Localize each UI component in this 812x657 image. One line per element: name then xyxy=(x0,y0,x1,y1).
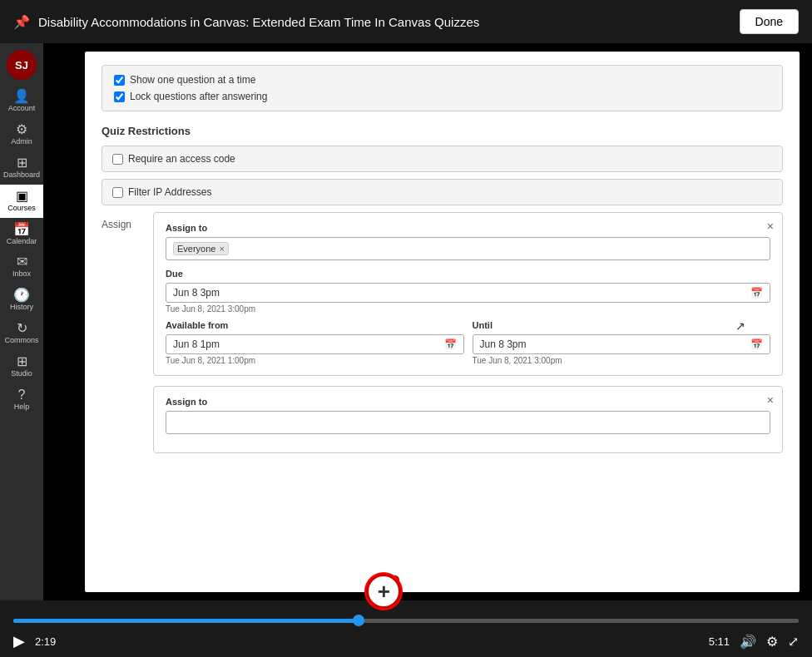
sidebar-item-inbox[interactable]: ✉ Inbox xyxy=(0,250,43,284)
until-date-full: Tue Jun 8, 2021 3:00pm xyxy=(473,356,771,365)
quiz-content: Show one question at a time Lock questio… xyxy=(85,52,800,467)
sidebar-item-studio[interactable]: ⊞ Studio xyxy=(0,350,43,383)
from-date-input[interactable]: Jun 8 1pm 📅 xyxy=(166,334,464,354)
sidebar-label-history: History xyxy=(10,304,33,312)
assign-card-2: × Assign to xyxy=(153,386,783,453)
fullscreen-icon[interactable]: ⤢ xyxy=(788,634,799,650)
show-one-question-label: Show one question at a time xyxy=(130,74,255,86)
show-one-question-checkbox[interactable] xyxy=(114,75,125,86)
sidebar-label-admin: Admin xyxy=(11,138,32,146)
commons-icon: ↻ xyxy=(17,322,27,335)
quiz-restrictions-section: Quiz Restrictions Require an access code… xyxy=(102,125,783,205)
sidebar-label-dashboard: Dashboard xyxy=(3,171,40,180)
assign-card-2-close[interactable]: × xyxy=(767,393,774,407)
due-date-value: Jun 8 3pm xyxy=(173,287,220,299)
inbox-icon: ✉ xyxy=(17,255,27,269)
history-icon: 🕐 xyxy=(13,289,30,302)
quiz-restrictions-title: Quiz Restrictions xyxy=(102,125,783,137)
admin-icon: ⚙ xyxy=(16,123,27,136)
due-calendar-icon[interactable]: 📅 xyxy=(750,287,763,299)
done-button[interactable]: Done xyxy=(740,9,799,34)
controls-row: ▶ 2:19 5:11 🔊 ⚙ ⤢ xyxy=(0,629,812,657)
sidebar-item-account[interactable]: 👤 Account xyxy=(0,85,43,118)
everyone-tag-label: Everyone xyxy=(177,244,215,254)
until-calendar-icon[interactable]: 📅 xyxy=(750,338,763,350)
access-code-label: Require an access code xyxy=(128,153,235,165)
sidebar-label-studio: Studio xyxy=(11,370,32,378)
due-date-input[interactable]: Jun 8 3pm 📅 xyxy=(166,283,770,303)
sidebar-item-admin[interactable]: ⚙ Admin xyxy=(0,118,43,151)
lock-questions-label: Lock questions after answering xyxy=(130,91,267,102)
play-button[interactable]: ▶ xyxy=(13,632,25,650)
sidebar-label-commons: Commons xyxy=(4,337,38,345)
progress-fill xyxy=(13,619,359,623)
sidebar-item-commons[interactable]: ↻ Commons xyxy=(0,317,43,350)
due-row: Due Jun 8 3pm 📅 Tue Jun 8, 2021 3:00pm xyxy=(166,269,770,314)
dashboard-icon: ⊞ xyxy=(17,156,27,170)
canvas-content-frame: Show one question at a time Lock questio… xyxy=(85,52,800,592)
progress-track[interactable] xyxy=(13,619,799,623)
due-date-full: Tue Jun 8, 2021 3:00pm xyxy=(166,304,770,314)
assign-section: Assign × Assign to Everyone × xyxy=(102,212,783,453)
assign-card-1: × Assign to Everyone × Due xyxy=(153,212,783,376)
current-time: 2:19 xyxy=(35,635,65,648)
assign-to-field-label-2: Assign to xyxy=(166,397,770,407)
from-until-row: Available from Jun 8 1pm 📅 Tue Jun 8, 20… xyxy=(166,320,770,365)
filter-ip-label: Filter IP Addresses xyxy=(128,186,212,198)
school-logo: SJ xyxy=(7,50,37,80)
from-calendar-icon[interactable]: 📅 xyxy=(444,338,457,350)
help-icon: ? xyxy=(18,388,26,402)
assign-to-box[interactable]: Everyone × xyxy=(166,237,770,260)
title-bar: 📌 Disability Accommodations in Canvas: E… xyxy=(0,0,812,43)
until-date-input[interactable]: Jun 8 3pm 📅 xyxy=(473,334,771,354)
available-from-col: Available from Jun 8 1pm 📅 Tue Jun 8, 20… xyxy=(166,320,464,365)
sidebar-item-history[interactable]: 🕐 History xyxy=(0,284,43,317)
assign-card-1-close[interactable]: × xyxy=(767,220,774,233)
show-one-question-row: Show one question at a time xyxy=(114,74,770,86)
video-controls: :10 + ▶ 2:19 5:11 🔊 ⚙ ⤢ xyxy=(0,600,812,657)
access-code-checkbox[interactable] xyxy=(112,154,123,165)
sidebar-label-courses: Courses xyxy=(7,205,36,213)
available-from-label: Available from xyxy=(166,320,464,330)
tag-close-icon[interactable]: × xyxy=(219,244,224,254)
settings-icon[interactable]: ⚙ xyxy=(766,634,778,650)
show-options-box: Show one question at a time Lock questio… xyxy=(102,65,783,111)
access-code-row: Require an access code xyxy=(102,146,783,172)
studio-icon: ⊞ xyxy=(17,355,27,368)
progress-dot xyxy=(353,615,364,626)
account-icon: 👤 xyxy=(13,90,30,103)
sidebar-label-account: Account xyxy=(8,105,36,113)
filter-ip-row: Filter IP Addresses xyxy=(102,179,783,205)
courses-icon: ▣ xyxy=(16,190,28,203)
progress-bar-area[interactable]: :10 + xyxy=(0,612,812,629)
pin-icon: 📌 xyxy=(13,14,30,30)
sidebar-item-calendar[interactable]: 📅 Calendar xyxy=(0,218,43,251)
until-col: Until Jun 8 3pm 📅 Tue Jun 8, 2021 3:00pm xyxy=(473,320,771,365)
video-title: Disability Accommodations in Canvas: Ext… xyxy=(38,15,479,29)
due-field-label: Due xyxy=(166,269,770,279)
sidebar-label-help: Help xyxy=(14,403,30,412)
sidebar-item-courses[interactable]: ▣ Courses xyxy=(0,185,43,218)
assign-to-box-2[interactable] xyxy=(166,411,770,434)
from-date-value: Jun 8 1pm xyxy=(173,338,220,350)
assign-label: Assign xyxy=(102,212,143,453)
sidebar-label-calendar: Calendar xyxy=(7,238,37,246)
sidebar: SJ 👤 Account ⚙ Admin ⊞ Dashboard ▣ Cours… xyxy=(0,43,43,600)
volume-icon[interactable]: 🔊 xyxy=(740,634,756,650)
until-date-value: Jun 8 3pm xyxy=(480,338,527,350)
lock-questions-checkbox[interactable] xyxy=(114,91,125,102)
total-time: 5:11 xyxy=(709,635,730,648)
video-area: Show one question at a time Lock questio… xyxy=(43,43,812,600)
add-chapter-button[interactable]: + xyxy=(366,574,401,609)
assign-to-field-label: Assign to xyxy=(166,223,770,233)
filter-ip-checkbox[interactable] xyxy=(112,187,123,198)
sidebar-item-dashboard[interactable]: ⊞ Dashboard xyxy=(0,151,43,185)
lock-questions-row: Lock questions after answering xyxy=(114,91,770,102)
until-label: Until xyxy=(473,320,771,330)
calendar-icon: 📅 xyxy=(13,223,30,236)
sidebar-item-help[interactable]: ? Help xyxy=(0,383,43,417)
from-date-full: Tue Jun 8, 2021 1:00pm xyxy=(166,356,464,365)
sidebar-label-inbox: Inbox xyxy=(12,270,31,279)
everyone-tag: Everyone × xyxy=(173,242,229,255)
